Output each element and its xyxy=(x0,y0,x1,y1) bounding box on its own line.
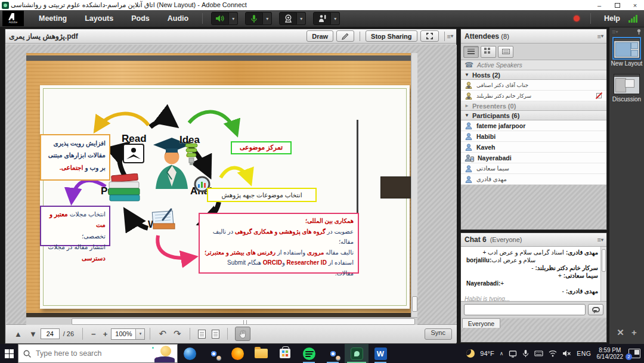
stop-sharing-button[interactable]: Stop Sharing xyxy=(366,30,417,42)
weather-temp[interactable]: 94°F xyxy=(480,350,494,357)
mic-control: ▾ xyxy=(245,12,272,25)
draw-button[interactable]: Draw xyxy=(306,30,333,42)
webcam-caret[interactable]: ▾ xyxy=(297,12,306,25)
layout-new-layout-thumbnail[interactable] xyxy=(614,38,640,58)
presenters-section-header[interactable]: ► Presenters (0) xyxy=(461,101,606,111)
participant-mobile-icon xyxy=(465,154,474,162)
hand-icon xyxy=(239,330,247,339)
pan-tool-button[interactable] xyxy=(235,327,250,341)
participants-section-header[interactable]: ▼ Participants (6) xyxy=(461,111,606,120)
hosts-section-header[interactable]: ▼ Hosts (2) xyxy=(461,70,606,80)
sync-button[interactable]: Sync xyxy=(425,328,452,340)
taskbar-word-icon[interactable]: W xyxy=(369,344,392,363)
taskbar-store-icon[interactable] xyxy=(273,344,297,363)
fit-width-button[interactable] xyxy=(212,330,219,339)
slide-page: Read Idea Analyze Write Publish xyxy=(40,85,410,309)
keyboard-tray-icon[interactable] xyxy=(534,350,543,357)
yellow-note-text: انتخاب موضوعات جبهه پژوهش xyxy=(221,190,302,200)
chat-scrollbar-thumb[interactable] xyxy=(602,249,606,272)
language-indicator[interactable]: ENG xyxy=(577,350,591,357)
close-button[interactable]: × xyxy=(626,0,644,10)
previous-page-button[interactable]: ▲ xyxy=(14,330,22,339)
participant-row[interactable]: Habibi xyxy=(461,131,606,142)
chat-message: borjalilu:سلام و عرض ادب xyxy=(465,256,598,264)
chat-scrollbar[interactable] xyxy=(600,247,606,301)
page-number-input[interactable] xyxy=(41,328,60,339)
chat-input[interactable] xyxy=(464,304,586,315)
minimize-button[interactable]: – xyxy=(590,0,608,10)
windows-logo-icon xyxy=(5,349,14,358)
layouts-menu-button[interactable]: ≡▾ xyxy=(612,28,617,35)
raise-hand-button[interactable] xyxy=(313,12,331,25)
mic-button[interactable] xyxy=(245,12,263,25)
chat-sender: مهدی قادری: xyxy=(566,288,598,294)
attendee-list-view-button[interactable] xyxy=(463,46,479,58)
speaker-caret[interactable]: ▾ xyxy=(229,12,238,25)
fit-page-button[interactable] xyxy=(198,330,206,339)
menu-audio[interactable]: Audio xyxy=(159,10,197,27)
horizontal-scrollbar-thumb[interactable] xyxy=(72,318,415,325)
breakout-view-button[interactable] xyxy=(481,46,496,58)
wifi-tray-icon[interactable] xyxy=(549,350,557,357)
vertical-scrollbar-thumb[interactable] xyxy=(412,296,417,312)
taskbar-clock[interactable]: 8:59 PM 6/14/2022 xyxy=(597,347,624,360)
taskbar-edge-icon[interactable] xyxy=(178,344,202,363)
zoom-out-button[interactable]: − xyxy=(91,330,96,339)
status-view-button[interactable] xyxy=(498,46,513,58)
whiteboard-overlay-button[interactable] xyxy=(336,30,354,42)
idea-bulb-icon xyxy=(184,143,199,167)
microphone-tray-icon[interactable] xyxy=(522,349,529,358)
participant-row[interactable]: fateme jafarpoor xyxy=(461,120,606,131)
speaker-button[interactable] xyxy=(211,12,229,25)
zoom-select[interactable]: 100% ▾ xyxy=(111,328,145,340)
host-row[interactable]: جناب آقای دکتر اصنافی xyxy=(461,80,606,91)
taskbar-file-explorer-icon[interactable] xyxy=(249,344,273,363)
fullscreen-button[interactable] xyxy=(420,30,439,42)
menu-meeting[interactable]: Meeting xyxy=(30,10,76,27)
taskbar-chrome-icon[interactable] xyxy=(202,344,225,363)
rotate-right-button[interactable]: ↷ xyxy=(174,328,181,339)
notification-center-button[interactable]: 2 xyxy=(628,349,640,358)
mic-caret[interactable]: ▾ xyxy=(263,12,272,25)
host-row[interactable]: سرکار خانم دکتر نظربلند xyxy=(461,91,606,101)
search-input[interactable] xyxy=(36,349,172,358)
host-name: جناب آقای دکتر اصنافی xyxy=(476,82,528,88)
participant-row[interactable]: مهدی قادری xyxy=(461,174,606,185)
start-button[interactable] xyxy=(0,344,18,363)
manage-layouts-button[interactable]: ✕ xyxy=(617,327,624,338)
pin-icon[interactable] xyxy=(636,29,642,35)
rotate-left-button[interactable]: ↶ xyxy=(159,328,166,339)
layout-discussion-thumbnail[interactable] xyxy=(614,74,640,94)
slide-background: Read Idea Analyze Write Publish xyxy=(26,53,411,322)
webcam-control: ▾ xyxy=(279,12,306,25)
menu-help[interactable]: Help xyxy=(604,14,620,23)
send-message-button[interactable] xyxy=(588,304,603,315)
attendees-menu-button[interactable]: ≡▾ xyxy=(597,33,603,40)
taskbar-chrome2-icon[interactable] xyxy=(321,344,345,363)
hidden-icons-chevron[interactable]: ∧ xyxy=(500,350,504,356)
attendees-view-toolbar xyxy=(461,44,606,60)
speaker-muted-tray-icon[interactable] xyxy=(562,350,571,357)
add-layout-button[interactable]: + xyxy=(631,327,637,338)
share-pod-menu-button[interactable]: ≡▾ xyxy=(447,33,453,40)
taskbar-adobe-connect-icon[interactable] xyxy=(345,344,369,363)
chat-menu-button[interactable]: ≡▾ xyxy=(597,236,603,243)
clock-time: 8:59 PM xyxy=(599,347,621,353)
tab-everyone[interactable]: Everyone xyxy=(462,318,500,328)
participant-row[interactable]: Kaveh xyxy=(461,142,606,153)
tablet-tray-icon[interactable] xyxy=(509,350,517,358)
zoom-in-button[interactable]: + xyxy=(103,330,108,339)
participant-row[interactable]: Nayerabadi xyxy=(461,153,606,163)
maximize-button[interactable] xyxy=(608,0,626,10)
taskbar-firefox-icon[interactable] xyxy=(225,344,249,363)
participant-row[interactable]: سیما سعادتی xyxy=(461,163,606,174)
taskbar-search[interactable] xyxy=(18,344,178,363)
menu-layouts[interactable]: Layouts xyxy=(76,10,122,27)
menu-pods[interactable]: Pods xyxy=(122,10,159,27)
taskbar-spotify-icon[interactable] xyxy=(297,344,321,363)
status-caret[interactable]: ▾ xyxy=(331,12,340,25)
next-page-button[interactable]: ▼ xyxy=(29,330,37,339)
vertical-scrollbar[interactable] xyxy=(411,53,417,322)
webcam-button[interactable] xyxy=(279,12,297,25)
horizontal-scrollbar[interactable] xyxy=(26,317,417,325)
